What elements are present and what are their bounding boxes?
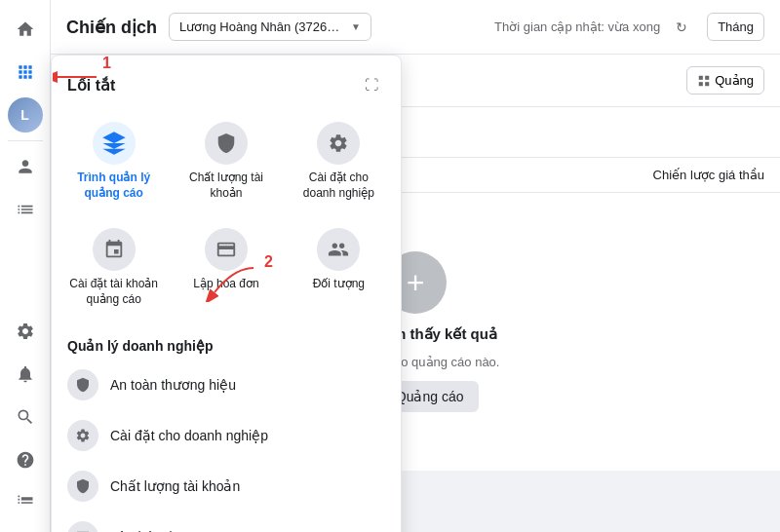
- sidebar-item-home[interactable]: [6, 10, 45, 49]
- ads-manager-icon: [93, 122, 136, 165]
- shortcut-item-business-settings[interactable]: Cài đặt cho doanh nghiệp: [285, 110, 393, 212]
- sidebar-item-dashboard[interactable]: [6, 190, 45, 229]
- topbar-right: Thời gian cập nhật: vừa xong ↻: [494, 14, 695, 41]
- shortcut-label-account-quality: Chất lượng tài khoản: [179, 171, 272, 201]
- avatar[interactable]: L: [8, 97, 43, 133]
- expand-icon[interactable]: ⛶: [358, 71, 385, 98]
- menu-label-account-quality: Chất lượng tài khoản: [110, 478, 240, 494]
- account-name: Lương Hoàng Nhân (3726396606555...: [179, 19, 345, 34]
- sidebar-item-apps[interactable]: [6, 53, 45, 92]
- sidebar-item-help[interactable]: [6, 440, 45, 479]
- divider: [8, 140, 43, 141]
- account-quality-menu-icon: [67, 471, 98, 502]
- annotation-2: 2: [195, 263, 273, 305]
- business-settings-icon: [317, 122, 360, 165]
- shortcut-item-account-settings[interactable]: Cài đặt tài khoản quảng cáo: [59, 216, 168, 319]
- menu-item-brand-safety[interactable]: An toàn thương hiệu: [52, 360, 401, 410]
- account-settings-icon: [93, 228, 136, 271]
- sidebar-item-settings[interactable]: [6, 312, 45, 351]
- quang-cao-label: Quảng: [715, 73, 754, 88]
- refresh-icon[interactable]: ↻: [668, 14, 695, 41]
- shortcut-label-business-settings: Cài đặt cho doanh nghiệp: [292, 171, 385, 201]
- svg-rect-0: [699, 75, 703, 79]
- chevron-down-icon: ▼: [351, 21, 361, 32]
- brand-safety-icon: [67, 369, 98, 400]
- sidebar-item-search[interactable]: [6, 398, 45, 437]
- menu-item-business-settings[interactable]: Cài đặt cho doanh nghiệp: [52, 410, 401, 461]
- menu-label-business-settings: Cài đặt cho doanh nghiệp: [110, 428, 268, 443]
- account-quality-icon: [205, 122, 248, 165]
- topbar: Chiến dịch Lương Hoàng Nhân (37263966065…: [51, 0, 780, 55]
- popup-section-title: Quản lý doanh nghiệp: [52, 330, 401, 360]
- time-label: Thời gian cập nhật: vừa xong: [494, 19, 660, 34]
- quang-cao-button[interactable]: Quảng: [686, 66, 764, 95]
- menu-item-account-quality[interactable]: Chất lượng tài khoản: [52, 461, 401, 512]
- shortcut-item-account-quality[interactable]: Chất lượng tài khoản: [172, 110, 280, 212]
- sidebar-item-notifications[interactable]: [6, 355, 45, 394]
- account-selector[interactable]: Lương Hoàng Nhân (3726396606555... ▼: [169, 13, 371, 41]
- invoice-menu-icon: [67, 521, 98, 532]
- shortcut-item-ads-manager[interactable]: Trình quản lý quảng cáo: [59, 110, 168, 212]
- shortcut-item-audience[interactable]: Đối tượng: [285, 216, 393, 319]
- svg-rect-1: [705, 75, 709, 79]
- annotation-1: 1: [53, 62, 111, 95]
- svg-rect-3: [705, 82, 709, 86]
- sidebar: L: [0, 0, 51, 532]
- shortcut-label-audience: Đối tượng: [313, 277, 365, 292]
- thang-button[interactable]: Tháng: [707, 13, 764, 41]
- menu-item-invoice[interactable]: Lập hóa đơn: [52, 512, 401, 532]
- sidebar-item-profile[interactable]: [6, 147, 45, 186]
- shortcut-label-ads-manager: Trình quản lý quảng cáo: [67, 171, 160, 201]
- shortcut-label-account-settings: Cài đặt tài khoản quảng cáo: [67, 277, 160, 307]
- page-title: Chiến dịch: [66, 17, 157, 38]
- chien-luoc-col: Chiến lược giá thầu: [653, 168, 764, 182]
- svg-rect-2: [699, 82, 703, 86]
- business-settings-menu-icon: [67, 420, 98, 451]
- audience-icon: [317, 228, 360, 271]
- sidebar-item-list[interactable]: [6, 483, 45, 522]
- menu-label-brand-safety: An toàn thương hiệu: [110, 377, 236, 393]
